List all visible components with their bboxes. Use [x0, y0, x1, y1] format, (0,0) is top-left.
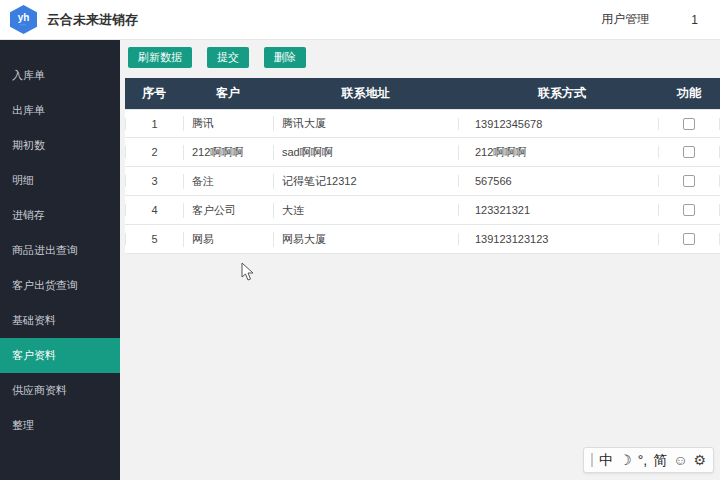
row-select-checkbox[interactable] [683, 175, 695, 187]
sidebar-item-basic-data[interactable]: 基础资料 [0, 303, 120, 338]
row-select-checkbox[interactable] [683, 118, 695, 130]
ime-punctuation-mode[interactable]: °, [638, 453, 648, 467]
col-header-customer: 客户 [183, 85, 273, 102]
cell-address: 记得笔记12312 [273, 174, 458, 189]
cell-phone: 212啊啊啊 [458, 145, 658, 160]
sidebar-item-inventory[interactable]: 进销存 [0, 198, 120, 233]
brand: yh ::: 云合未来进销存 [10, 5, 138, 34]
sidebar-item-opening-balance[interactable]: 期初数 [0, 128, 120, 163]
sidebar-item-outbound-order[interactable]: 出库单 [0, 93, 120, 128]
table-body: 1 腾讯 腾讯大厦 13912345678 2 212啊啊啊 sad啊啊啊 21… [125, 109, 720, 254]
cell-seq: 2 [125, 146, 183, 158]
user-management-link[interactable]: 用户管理 [601, 11, 649, 28]
col-header-address: 联系地址 [273, 85, 458, 102]
moon-icon[interactable]: ☽ [619, 453, 632, 467]
cell-customer: 客户公司 [183, 203, 273, 218]
table-row: 2 212啊啊啊 sad啊啊啊 212啊啊啊 [125, 138, 720, 167]
cell-customer: 备注 [183, 174, 273, 189]
ime-language-mode[interactable]: 中 [599, 453, 613, 467]
cell-address: sad啊啊啊 [273, 145, 458, 160]
cell-seq: 1 [125, 118, 183, 130]
ime-toolbar: 中 ☽ °, 简 ☺ ⚙ [583, 447, 714, 473]
sidebar-item-organize[interactable]: 整理 [0, 408, 120, 443]
row-select-checkbox[interactable] [683, 204, 695, 216]
top-header: yh ::: 云合未来进销存 用户管理 1 [0, 0, 720, 40]
sidebar-item-customer-shipment-query[interactable]: 客户出货查询 [0, 268, 120, 303]
cell-phone: 567566 [458, 175, 658, 187]
sidebar-item-details[interactable]: 明细 [0, 163, 120, 198]
ime-charset-mode[interactable]: 简 [653, 453, 667, 467]
cell-phone: 139123123123 [458, 233, 658, 245]
ime-caret [591, 453, 593, 467]
cell-seq: 5 [125, 233, 183, 245]
sidebar-item-product-in-out-query[interactable]: 商品进出查询 [0, 233, 120, 268]
table-header-row: 序号 客户 联系地址 联系方式 功能 [125, 78, 720, 109]
app-logo-icon: yh ::: [10, 5, 37, 34]
logo-subtext: ::: [20, 23, 26, 27]
main-content: 刷新数据 提交 删除 序号 客户 联系地址 联系方式 功能 1 腾讯 腾讯大厦 … [120, 40, 720, 480]
cell-address: 网易大厦 [273, 232, 458, 247]
table-row: 4 客户公司 大连 123321321 [125, 196, 720, 225]
cell-customer: 网易 [183, 232, 273, 247]
user-count[interactable]: 1 [691, 13, 698, 27]
sidebar-nav: 入库单 出库单 期初数 明细 进销存 商品进出查询 客户出货查询 基础资料 客户… [0, 40, 120, 480]
app-title: 云合未来进销存 [47, 11, 138, 29]
cell-phone: 13912345678 [458, 118, 658, 130]
sidebar-item-inbound-order[interactable]: 入库单 [0, 58, 120, 93]
table-row: 1 腾讯 腾讯大厦 13912345678 [125, 109, 720, 138]
delete-button[interactable]: 删除 [264, 47, 306, 68]
col-header-function: 功能 [658, 85, 720, 102]
col-header-phone: 联系方式 [458, 85, 658, 102]
cell-customer: 腾讯 [183, 116, 273, 131]
sidebar-item-supplier-data[interactable]: 供应商资料 [0, 373, 120, 408]
col-header-seq: 序号 [125, 85, 183, 102]
sidebar-item-customer-data[interactable]: 客户资料 [0, 338, 120, 373]
table-row: 3 备注 记得笔记12312 567566 [125, 167, 720, 196]
cell-address: 腾讯大厦 [273, 116, 458, 131]
table-row: 5 网易 网易大厦 139123123123 [125, 225, 720, 254]
submit-button[interactable]: 提交 [207, 47, 249, 68]
refresh-data-button[interactable]: 刷新数据 [128, 47, 192, 68]
cell-phone: 123321321 [458, 204, 658, 216]
smiley-icon[interactable]: ☺ [673, 453, 687, 467]
logo-text: yh [18, 13, 30, 23]
cell-address: 大连 [273, 203, 458, 218]
cell-customer: 212啊啊啊 [183, 145, 273, 160]
cell-seq: 4 [125, 204, 183, 216]
customer-table: 序号 客户 联系地址 联系方式 功能 1 腾讯 腾讯大厦 13912345678… [125, 78, 720, 254]
toolbar: 刷新数据 提交 删除 [128, 47, 720, 68]
gear-icon[interactable]: ⚙ [693, 453, 706, 467]
cell-seq: 3 [125, 175, 183, 187]
row-select-checkbox[interactable] [683, 146, 695, 158]
row-select-checkbox[interactable] [683, 233, 695, 245]
